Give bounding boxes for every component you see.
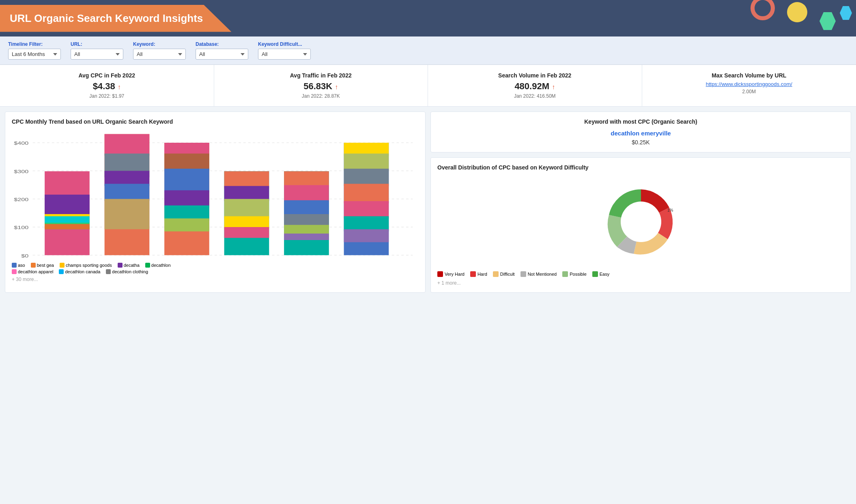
legend-item-best-gea: best gea: [31, 263, 54, 268]
svg-rect-52: [344, 201, 389, 219]
donut-label-difficult: Difficult: [500, 272, 515, 277]
bar-chart-legend: aso best gea champs sporting goods decat…: [12, 263, 419, 268]
keyword-panel-keyword[interactable]: decathlon emeryville: [437, 130, 844, 137]
keyword-panel: Keyword with most CPC (Organic Search) d…: [430, 112, 851, 152]
donut-swatch-possible: [562, 271, 568, 277]
deco-hex1: [819, 12, 836, 30]
main-content: CPC Monthly Trend based on URL Organic S…: [0, 107, 856, 298]
svg-text:Dec 2021: Dec 2021: [232, 259, 261, 260]
donut-label-not-mentioned: Not Mentioned: [528, 272, 557, 277]
header: URL Organic Search Keyword Insights: [0, 0, 856, 36]
donut-area: 1%: [437, 177, 844, 266]
kpi-avg-cpc-value: $4.38 ↑: [8, 81, 206, 92]
kpi-avg-traffic-value: 56.83K ↑: [222, 81, 420, 92]
filter-keyword-group: Keyword: All: [133, 41, 186, 60]
donut-legend: Very Hard Hard Difficult Not Mentioned P…: [437, 271, 844, 277]
deco-hex2: [840, 6, 852, 20]
svg-text:Sep 2021: Sep 2021: [53, 259, 81, 260]
bar-chart-legend-2: decathlon apparel decathlon canada decat…: [12, 269, 419, 274]
keyword-panel-title: Keyword with most CPC (Organic Search): [437, 118, 844, 125]
deco-circle2: [787, 2, 807, 22]
header-title-bg: URL Organic Search Keyword Insights: [0, 5, 231, 32]
legend-item-champs: champs sporting goods: [60, 263, 112, 268]
svg-rect-40: [284, 171, 329, 186]
filter-kw-difficulty-select[interactable]: All: [258, 49, 311, 60]
legend-label-champs: champs sporting goods: [66, 263, 112, 268]
svg-text:Nov 2021: Nov 2021: [172, 259, 201, 260]
svg-text:$400: $400: [14, 141, 28, 146]
legend-swatch-decathlon-clothing: [106, 269, 111, 274]
svg-point-56: [621, 202, 661, 242]
svg-rect-41: [284, 185, 329, 203]
donut-more[interactable]: + 1 more...: [437, 280, 844, 286]
svg-rect-18: [105, 134, 150, 156]
filter-url-select[interactable]: All: [71, 49, 123, 60]
legend-item-decatha: decatha: [118, 263, 140, 268]
filter-keyword-select[interactable]: All: [133, 49, 186, 60]
filter-kw-difficulty-group: Keyword Difficult... All: [258, 41, 311, 60]
kpi-avg-cpc-sub: Jan 2022: $1.97: [8, 93, 206, 99]
bar-chart-panel: CPC Monthly Trend based on URL Organic S…: [5, 112, 426, 293]
svg-text:$200: $200: [14, 197, 28, 202]
kpi-max-search-sub: 2.00M: [650, 89, 848, 94]
bar-chart-more[interactable]: + 30 more...: [12, 277, 419, 282]
header-decorations: [694, 0, 856, 36]
kpi-max-search-title: Max Search Volume by URL: [650, 72, 848, 79]
svg-text:$100: $100: [14, 225, 28, 230]
kpi-search-volume: Search Volume in Feb 2022 480.92M ↑ Jan …: [428, 65, 642, 106]
legend-label-aso: aso: [18, 263, 25, 268]
donut-swatch-hard: [470, 271, 476, 277]
filter-timeline-select[interactable]: Last 6 Months Last 3 Months Last 12 Mont…: [8, 49, 61, 60]
donut-panel: Overall Distribution of CPC based on Key…: [430, 157, 851, 293]
kpi-avg-cpc: Avg CPC in Feb 2022 $4.38 ↑ Jan 2022: $1…: [0, 65, 214, 106]
svg-text:Oct 2021: Oct 2021: [113, 259, 140, 260]
right-panels: Keyword with most CPC (Organic Search) d…: [430, 112, 851, 293]
svg-text:1%: 1%: [667, 208, 673, 212]
legend-swatch-decathlon-apparel: [12, 269, 17, 274]
legend-swatch-best-gea: [31, 263, 36, 268]
donut-title: Overall Distribution of CPC based on Key…: [437, 164, 844, 171]
donut-legend-difficult: Difficult: [493, 271, 515, 277]
svg-text:Feb 2022: Feb 2022: [352, 259, 380, 260]
donut-legend-very-hard: Very Hard: [437, 271, 465, 277]
legend-item-aso: aso: [12, 263, 25, 268]
kpi-search-volume-title: Search Volume in Feb 2022: [436, 72, 634, 79]
svg-rect-54: [344, 229, 389, 242]
svg-text:$300: $300: [14, 169, 28, 174]
bar-chart-title: CPC Monthly Trend based on URL Organic S…: [12, 118, 419, 125]
svg-rect-20: [105, 171, 150, 186]
filter-kw-difficulty-label: Keyword Difficult...: [258, 41, 311, 47]
kpi-avg-traffic-title: Avg Traffic in Feb 2022: [222, 72, 420, 79]
kpi-avg-traffic: Avg Traffic in Feb 2022 56.83K ↑ Jan 202…: [214, 65, 428, 106]
legend-swatch-decathlon-canada: [59, 269, 64, 274]
filter-database-select[interactable]: All: [196, 49, 248, 60]
filter-url-group: URL: All: [71, 41, 123, 60]
page-title: URL Organic Search Keyword Insights: [10, 12, 203, 24]
donut-legend-easy: Easy: [592, 271, 609, 277]
donut-legend-hard: Hard: [470, 271, 487, 277]
svg-rect-22: [105, 199, 150, 229]
legend-swatch-champs: [60, 263, 65, 268]
donut-svg: 1%: [588, 177, 694, 266]
bar-chart-svg: $0 $100 $200 $300 $400 Sep 2021: [12, 130, 419, 260]
legend-item-decathlon: decathlon: [145, 263, 171, 268]
svg-rect-14: [45, 216, 90, 223]
donut-swatch-not-mentioned: [520, 271, 526, 277]
legend-label-decathlon-canada: decathlon canada: [65, 269, 100, 274]
legend-label-decathlon-clothing: decathlon clothing: [112, 269, 148, 274]
donut-swatch-very-hard: [437, 271, 443, 277]
svg-text:$0: $0: [21, 253, 28, 258]
svg-rect-27: [164, 169, 209, 193]
donut-swatch-difficult: [493, 271, 499, 277]
kpi-max-search-link[interactable]: https://www.dickssportinggoods.com/: [706, 81, 792, 87]
legend-label-decatha: decatha: [124, 263, 140, 268]
filter-bar: Timeline Filter: Last 6 Months Last 3 Mo…: [0, 36, 856, 65]
svg-rect-37: [224, 227, 269, 238]
svg-rect-26: [164, 154, 209, 171]
filter-database-group: Database: All: [196, 41, 248, 60]
legend-swatch-decathlon: [145, 263, 150, 268]
svg-rect-53: [344, 216, 389, 231]
donut-label-hard: Hard: [477, 272, 487, 277]
legend-label-decathlon-apparel: decathlon apparel: [18, 269, 53, 274]
svg-text:Jan 2022: Jan 2022: [293, 259, 320, 260]
